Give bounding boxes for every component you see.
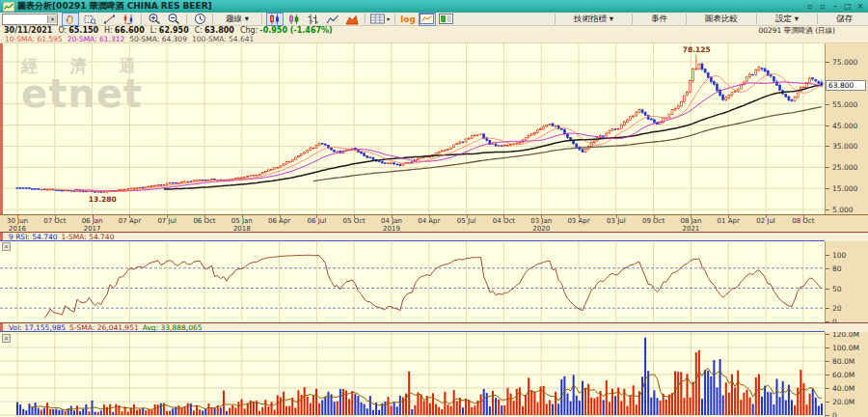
stock-name-label: 00291 華潤啤酒 (日線): [759, 26, 835, 36]
rsi-close-button[interactable]: ×: [2, 242, 11, 251]
layout-multi-button[interactable]: [438, 13, 455, 26]
zoom-out-icon: [167, 13, 181, 25]
volume-close-button[interactable]: ×: [2, 334, 11, 343]
data-table-icon: [370, 14, 385, 24]
trendline-dropdown[interactable]: 趨線 ▾: [216, 14, 258, 25]
main-price-chart[interactable]: [0, 43, 825, 214]
axis-tick-mark: [826, 104, 829, 105]
chart-toolbar: ▾ 趨線 ▾ ▾ log: [0, 13, 868, 26]
vol-avg-value: 33,888,065: [161, 323, 203, 332]
table-dropdown-arrow-icon: ▾: [387, 15, 390, 22]
volume-chart[interactable]: [0, 332, 825, 417]
window-float-button[interactable]: ▫: [805, 2, 815, 11]
sma-legend-bar: 10-SMA: 61.595 20-SMA: 61.312 50-SMA: 64…: [0, 35, 868, 43]
window-popout-button[interactable]: ▫: [818, 2, 827, 11]
pan-tool-button[interactable]: [62, 13, 79, 26]
window-title: 圖表分析[00291 華潤啤酒 CHINA RES BEER]: [17, 0, 212, 13]
layout-single-button[interactable]: [419, 13, 436, 26]
vol-avg-label: Avg:: [143, 323, 158, 332]
x-axis-date-label: 07 Jul: [148, 217, 186, 225]
settings-dropdown[interactable]: 設定 ▾: [760, 14, 814, 25]
log-scale-label: log: [400, 14, 416, 24]
axis-tick-label: 25.000: [832, 163, 857, 172]
axis-tick-label: 60.0M: [832, 371, 854, 379]
axis-tick-label: 5.000: [832, 206, 853, 214]
price-axis: 75.00055.00045.00035.00025.00015.0005.00…: [825, 43, 868, 214]
x-axis-date-label: 07 Oct: [36, 217, 74, 225]
panel-divider: [0, 232, 868, 233]
axis-tick-label: 50: [832, 285, 842, 293]
toolbar-separator: [394, 14, 395, 24]
chart-type-hollow-candle-button[interactable]: [285, 13, 303, 26]
box-zoom-button[interactable]: [81, 13, 98, 26]
clock-icon: [194, 13, 206, 25]
axis-tick-label: 45.000: [832, 122, 857, 130]
toolbar-separator: [756, 14, 757, 24]
axis-tick-mark: [826, 348, 829, 348]
x-axis-date-label: 03 Jan2020: [522, 217, 560, 233]
axis-tick-mark: [826, 268, 829, 269]
axis-tick-label: 40.0M: [832, 384, 854, 393]
zoom-out-button[interactable]: [165, 13, 182, 26]
axis-tick-label: 80.0M: [832, 357, 854, 366]
x-axis-date-label: 06 Apr: [260, 217, 299, 225]
window-close-button[interactable]: ×: [855, 2, 865, 11]
toolbar-separator: [141, 14, 142, 24]
save-button[interactable]: 儲存: [821, 14, 868, 25]
vol-value: 17,155,985: [24, 323, 66, 332]
date-tick-mark: [467, 215, 468, 218]
data-table-dropdown[interactable]: ▾: [369, 13, 391, 26]
combobox-arrow-icon[interactable]: ▾: [47, 15, 57, 23]
x-axis-date-label: 05 Jan2018: [223, 217, 261, 233]
compare-button[interactable]: 圖表比較: [690, 14, 753, 25]
zoom-in-button[interactable]: [146, 13, 163, 26]
axis-tick-label: 35.000: [832, 142, 857, 151]
chart-type-candle-button[interactable]: [266, 13, 284, 26]
chart-type-ohlc-button[interactable]: [305, 13, 322, 26]
chart-type-line-button[interactable]: [324, 13, 341, 26]
axis-tick-label: 15.000: [832, 184, 857, 193]
x-axis-date-label: 30 Jun2016: [0, 217, 37, 233]
events-button[interactable]: 事件: [636, 14, 683, 25]
toolbar-separator: [186, 14, 187, 24]
symbol-combobox[interactable]: ▾: [2, 14, 58, 25]
x-axis-date-label: 07 Apr: [110, 217, 149, 225]
date-tick-mark: [728, 215, 729, 218]
x-axis-date-label: 06 Jan2017: [73, 217, 112, 233]
axis-tick-mark: [826, 415, 829, 416]
date-tick-mark: [354, 215, 355, 218]
axis-tick-mark: [826, 402, 829, 403]
hollow-candle-chart-icon: [287, 14, 300, 25]
date-tick-mark: [766, 215, 767, 218]
date-tick-mark: [93, 215, 94, 218]
date-tick-mark: [280, 215, 281, 218]
rsi-header: 9 RSI: 54.740 1-SMA: 54.740: [9, 233, 114, 240]
x-axis-date-label: 06 Jul: [297, 217, 336, 225]
box-zoom-icon: [84, 14, 96, 25]
hand-icon: [65, 14, 76, 25]
axis-tick-label: 0: [832, 411, 837, 417]
date-tick-mark: [541, 215, 542, 218]
date-tick-mark: [316, 215, 317, 218]
toolbar-separator: [212, 14, 213, 24]
chart-type-mountain-button[interactable]: [343, 13, 361, 26]
indicators-dropdown[interactable]: 技術指標 ▾: [558, 14, 629, 25]
log-scale-button[interactable]: log: [399, 13, 417, 26]
layout-multi-icon: [439, 14, 453, 24]
date-tick-mark: [17, 215, 18, 218]
x-axis-date-label: 08 Jan2021: [671, 217, 710, 233]
window-maximize-button[interactable]: □: [843, 2, 853, 11]
date-tick-mark: [803, 215, 804, 218]
trendline-tool-button[interactable]: [100, 13, 118, 26]
x-axis-date-label: 04 Jan2019: [372, 217, 411, 233]
x-axis-date-label: 06 Oct: [185, 217, 224, 225]
history-button[interactable]: [191, 13, 208, 26]
app-icon: [3, 2, 14, 12]
line-chart-icon: [326, 14, 339, 25]
axis-tick-mark: [826, 188, 829, 189]
candle-adjust-button[interactable]: [120, 13, 137, 26]
rsi-chart[interactable]: [0, 241, 825, 322]
trendline-icon: [103, 14, 116, 25]
window-minimize-button[interactable]: –: [830, 2, 840, 11]
axis-tick-mark: [826, 209, 829, 210]
